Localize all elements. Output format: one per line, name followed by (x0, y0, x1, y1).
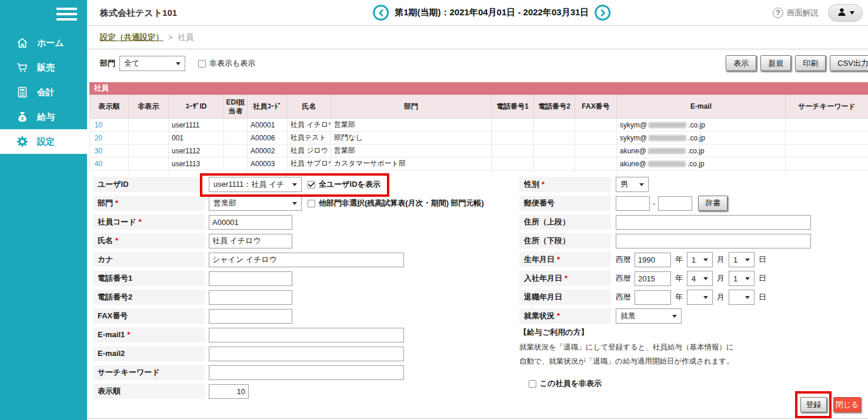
gender-value: 男 (620, 179, 628, 190)
money-bag-icon: ¥ (15, 110, 29, 123)
disp-order-input[interactable] (209, 384, 249, 399)
fax-input[interactable] (209, 309, 292, 324)
col-header: EDI担当者 (224, 95, 248, 119)
payroll-note-line: 就業状況を「退職」にして登録すると、社員給与（基本情報）に (519, 342, 868, 352)
join-day-select[interactable]: 1 (729, 271, 755, 286)
close-button[interactable]: 閉じる (833, 397, 861, 412)
addr1-input[interactable] (616, 215, 811, 230)
breadcrumb: 設定（共通設定） > 社員 (87, 26, 868, 49)
col-header: E-mail (617, 95, 786, 119)
sidebar-item-payroll[interactable]: ¥ 給与 (0, 105, 87, 129)
user-id-select[interactable]: user1111：社員 イチ (209, 177, 302, 192)
csv-export-button[interactable]: CSV出力 (830, 55, 868, 71)
gender-select[interactable]: 男 (616, 177, 649, 192)
join-year-input[interactable] (635, 271, 671, 286)
join-date-label: 入社年月日* (519, 271, 611, 286)
order-link[interactable]: 20 (95, 134, 102, 142)
sidebar-item-label: 給与 (37, 112, 55, 123)
table-row[interactable]: 20 001 A00006 社員テスト 部門なし sykym@.co.jp (90, 132, 868, 145)
tel2-input[interactable] (209, 290, 292, 305)
cell-code: A00003 (248, 157, 288, 170)
order-link[interactable]: 40 (95, 160, 102, 168)
dept-filter-select[interactable]: 全て (119, 56, 185, 71)
form-left-column: ユーザID user1111：社員 イチ 全ユーザIDを表示 部門* 営業部 他… (93, 177, 510, 402)
hide-employee-checkbox[interactable] (529, 380, 536, 388)
breadcrumb-parent-link[interactable]: 設定（共通設定） (100, 32, 163, 43)
kana-input[interactable] (209, 253, 404, 267)
sidebar-item-sales[interactable]: 販売 (0, 55, 87, 80)
cell-name: 社員 ジロウ (288, 145, 331, 157)
other-dept-checkbox[interactable] (308, 200, 315, 207)
form-right-column: 性別* 男 郵便番号 - 辞書 住所（上段） 住所（下段） (519, 177, 868, 389)
show-hidden-checkbox[interactable] (198, 60, 206, 68)
tel1-input[interactable] (209, 271, 292, 286)
email1-input[interactable] (209, 328, 404, 342)
sidebar-item-home[interactable]: ホーム (0, 31, 87, 55)
hide-employee-row: この社員を非表示 (519, 378, 868, 389)
join-month-select[interactable]: 4 (687, 271, 713, 286)
employee-table-section: 社員 表示順 非表示 ﾕｰｻﾞID EDI担当者 社員ｺｰﾄﾞ 氏名 部門 電話… (89, 82, 868, 172)
retire-month-select[interactable] (687, 290, 713, 305)
table-title: 社員 (89, 82, 868, 95)
addr2-input[interactable] (616, 234, 811, 248)
cell-dept: 営業部 (331, 145, 492, 157)
screen-help-label: 画面解説 (787, 8, 819, 18)
hamburger-menu-icon[interactable] (56, 8, 77, 23)
era-label: 西暦 (616, 254, 631, 265)
cell-email: sykym@.co.jp (617, 119, 786, 132)
tel2-label: 電話番号2 (93, 290, 205, 305)
table-row[interactable]: 10 user1111 A00001 社員 イチロウ 営業部 sykym@.co… (90, 119, 868, 132)
gender-label: 性別* (519, 177, 611, 192)
zip-input-1[interactable] (616, 196, 650, 211)
period-navigator: 第1期(当期)：2021年04月01日 - 2022年03月31日 (373, 5, 610, 21)
order-link[interactable]: 30 (95, 147, 102, 155)
birth-year-input[interactable] (635, 253, 671, 267)
cell-name: 社員テスト (288, 132, 331, 145)
employee-edit-form: ユーザID user1111：社員 イチ 全ユーザIDを表示 部門* 営業部 他… (87, 172, 868, 419)
breadcrumb-current: 社員 (178, 32, 193, 43)
cell-email: akune@.co.jp (617, 157, 786, 170)
prev-period-button[interactable] (373, 5, 389, 21)
emp-code-input[interactable] (209, 215, 292, 230)
show-all-user-ids-checkbox[interactable] (308, 181, 315, 189)
col-header: 部門 (331, 95, 492, 119)
col-header: サーチキーワード (786, 95, 868, 119)
main-area: 株式会社テスト101 第1期(当期)：2021年04月01日 - 2022年03… (87, 0, 868, 420)
new-button[interactable]: 新規 (760, 55, 791, 71)
birth-day-select[interactable]: 1 (729, 252, 755, 267)
caret-down-icon (672, 315, 677, 318)
calculator-icon (15, 86, 29, 99)
email2-input[interactable] (209, 347, 404, 361)
table-row[interactable]: 30 user1112 A00002 社員 ジロウ 営業部 akune@.co.… (90, 145, 868, 157)
caret-down-icon (745, 296, 750, 299)
retire-year-input[interactable] (635, 290, 671, 305)
cell-name: 社員 サブロウ (288, 157, 331, 170)
retire-day-select[interactable] (729, 290, 755, 305)
register-button[interactable]: 登録 (800, 397, 827, 412)
print-button[interactable]: 印刷 (795, 55, 826, 71)
col-header: ﾕｰｻﾞID (169, 95, 224, 119)
name-label: 氏名* (93, 233, 205, 248)
dept-select[interactable]: 営業部 (209, 196, 302, 211)
sidebar-item-settings[interactable]: 設定 (0, 129, 87, 154)
other-dept-label: 他部門非選択(残高試算表(月次・期間) 部門元帳) (319, 198, 484, 209)
sidebar-item-accounting[interactable]: 会計 (0, 80, 87, 105)
sidebar-nav: ホーム 販売 会計 ¥ 給与 設定 (0, 31, 87, 154)
question-icon: ? (773, 8, 783, 18)
user-menu-button[interactable] (828, 4, 863, 22)
dept-filter-label: 部門 (100, 58, 115, 69)
employment-status-select[interactable]: 就業 (616, 308, 682, 324)
table-row[interactable]: 40 user1113 A00003 社員 サブロウ カスタマーサポート部 ak… (90, 157, 868, 170)
name-input[interactable] (209, 234, 292, 248)
screen-help-button[interactable]: ? 画面解説 (773, 8, 819, 18)
cell-code: A00006 (248, 132, 288, 145)
zip-dictionary-button[interactable]: 辞書 (698, 196, 727, 211)
zip-label: 郵便番号 (519, 196, 611, 211)
zip-input-2[interactable] (658, 196, 692, 211)
birth-month-select[interactable]: 1 (687, 252, 713, 267)
col-header: 氏名 (288, 95, 331, 119)
show-button[interactable]: 表示 (726, 55, 756, 71)
next-period-button[interactable] (595, 5, 610, 21)
order-link[interactable]: 10 (95, 121, 102, 129)
search-keyword-input[interactable] (209, 365, 404, 380)
